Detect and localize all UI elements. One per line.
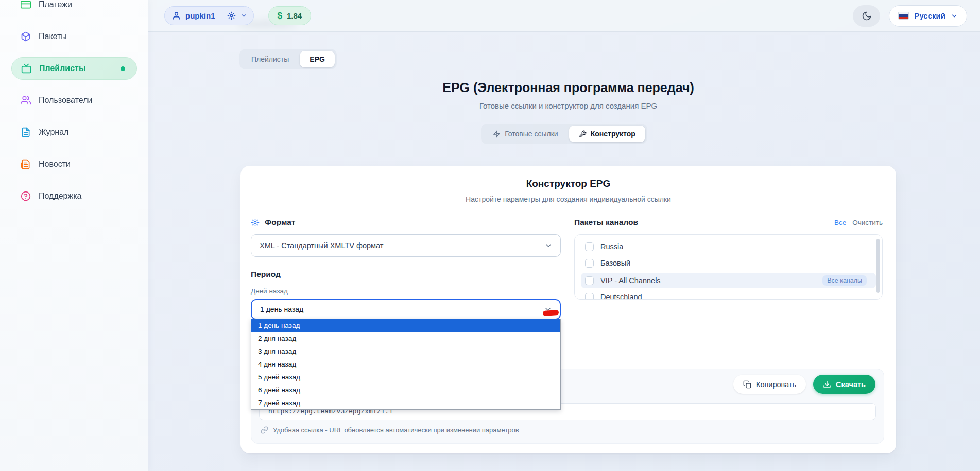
dropdown-option[interactable]: 3 дня назад [251, 345, 560, 358]
dollar-icon: $ [278, 11, 282, 21]
balance-amount: 1.84 [287, 11, 302, 20]
app-root: Платежи Пакеты Плейлисты Пользователи [0, 0, 980, 471]
active-dot [121, 66, 125, 71]
copy-icon [743, 380, 751, 389]
sidebar-item-users[interactable]: Пользователи [11, 89, 137, 112]
chevron-down-icon [544, 241, 553, 251]
copy-button[interactable]: Копировать [733, 375, 806, 394]
constructor-card: Конструктор EPG Настройте параметры для … [240, 166, 896, 453]
balance-button[interactable]: $ 1.84 [268, 6, 312, 25]
url-hint: Удобная ссылка - URL обновляется автомат… [261, 426, 519, 434]
packages-header: Пакеты каналов Все Очистить [574, 218, 883, 227]
moon-icon [862, 11, 872, 21]
dropdown-option[interactable]: 2 дня назад [251, 332, 560, 345]
topbar-right: Русский [853, 5, 967, 27]
sidebar-item-label: Платежи [39, 0, 72, 9]
days-ago-dropdown: 1 день назад 2 дня назад 3 дня назад 4 д… [251, 319, 561, 410]
sidebar-item-support[interactable]: Поддержка [11, 185, 137, 207]
package-icon [21, 31, 31, 42]
format-label-row: Формат [251, 218, 561, 227]
mode-toggle-group: Готовые ссылки Конструктор [481, 124, 647, 144]
username: pupkin1 [185, 11, 215, 20]
toggle-label: Готовые ссылки [505, 130, 558, 138]
packages-column: Пакеты каналов Все Очистить Russia Базов… [574, 218, 883, 300]
select-all-link[interactable]: Все [834, 219, 846, 226]
days-ago-select[interactable]: 1 день назад [251, 299, 561, 320]
checkbox[interactable] [585, 276, 594, 285]
days-ago-value: 1 день назад [260, 305, 303, 313]
tab-playlists[interactable]: Плейлисты [242, 51, 299, 67]
clear-link[interactable]: Очистить [852, 219, 883, 226]
sidebar-item-packages[interactable]: Пакеты [11, 25, 137, 48]
gear-icon[interactable] [227, 11, 236, 20]
user-icon [172, 11, 181, 20]
page-title: EPG (Электронная программа передач) [240, 80, 896, 95]
format-select[interactable]: XML - Стандартный XMLTV формат [251, 234, 561, 257]
sidebar: Платежи Пакеты Плейлисты Пользователи [0, 0, 148, 471]
newspaper-icon [21, 159, 31, 169]
download-button[interactable]: Скачать [813, 375, 875, 394]
copy-label: Копировать [756, 380, 796, 389]
sidebar-item-playlists[interactable]: Плейлисты [11, 57, 137, 80]
tab-label: Плейлисты [251, 55, 289, 63]
page-subtitle: Готовые ссылки и конструктор для создани… [240, 101, 896, 110]
dropdown-option[interactable]: 4 дня назад [251, 358, 560, 371]
help-circle-icon [21, 191, 31, 201]
sidebar-item-payments[interactable]: Платежи [11, 0, 137, 16]
user-menu[interactable]: pupkin1 [164, 6, 254, 25]
lightning-icon [493, 130, 501, 138]
card-subtitle: Настройте параметры для создания индивид… [240, 195, 896, 203]
checkbox[interactable] [585, 242, 594, 251]
package-name: VIP - All Channels [600, 276, 661, 285]
tab-label: EPG [310, 55, 325, 63]
link-icon [261, 426, 268, 434]
credit-card-icon [21, 0, 31, 10]
dropdown-option[interactable]: 6 дней назад [251, 383, 560, 396]
toggle-label: Конструктор [591, 130, 635, 138]
topbar: pupkin1 $ 1.84 [148, 0, 980, 32]
chevron-down-icon [951, 12, 958, 20]
sidebar-item-label: Пользователи [39, 96, 92, 105]
sidebar-nav: Платежи Пакеты Плейлисты Пользователи [11, 0, 137, 217]
gear-icon [251, 218, 260, 227]
package-name: Deutschland [600, 293, 642, 300]
language-selector[interactable]: Русский [889, 5, 967, 27]
language-label: Русский [914, 11, 945, 20]
dropdown-option[interactable]: 5 дней назад [251, 371, 560, 383]
dark-mode-toggle[interactable] [853, 5, 880, 27]
download-label: Скачать [836, 380, 866, 389]
checkbox[interactable] [585, 259, 594, 268]
package-row[interactable]: Базовый [581, 256, 876, 270]
sidebar-item-label: Поддержка [39, 191, 81, 201]
dropdown-option[interactable]: 1 день назад [251, 319, 560, 332]
list-scrollbar-thumb[interactable] [876, 239, 880, 293]
chevron-down-icon[interactable] [240, 12, 247, 19]
pill-divider [221, 10, 221, 22]
packages-label: Пакеты каналов [574, 218, 638, 227]
users-icon [21, 95, 31, 106]
sidebar-item-news[interactable]: Новости [11, 153, 137, 176]
link-actions: Копировать Скачать [733, 375, 875, 394]
main-area: Плейлист pupkin1 $ 1.84 [148, 0, 980, 471]
card-title: Конструктор EPG [240, 178, 896, 189]
checkbox[interactable] [585, 293, 594, 300]
period-label: Период [251, 270, 561, 279]
package-row[interactable]: VIP - All Channels Все каналы [581, 273, 876, 288]
ready-links-toggle[interactable]: Готовые ссылки [483, 126, 568, 142]
packages-list: Russia Базовый VIP - All Channels Все ка… [574, 234, 883, 300]
package-name: Базовый [600, 259, 630, 267]
tab-epg[interactable]: EPG [300, 51, 335, 67]
dropdown-option[interactable]: 7 дней назад [251, 396, 560, 409]
package-name: Russia [600, 242, 623, 251]
format-value: XML - Стандартный XMLTV формат [260, 241, 383, 250]
all-channels-badge: Все каналы [822, 275, 867, 286]
wrench-icon [579, 130, 587, 138]
package-row[interactable]: Deutschland [581, 290, 876, 300]
constructor-toggle[interactable]: Конструктор [569, 126, 645, 142]
download-icon [823, 380, 831, 389]
sidebar-item-journal[interactable]: Журнал [11, 121, 137, 144]
package-row[interactable]: Russia [581, 240, 876, 253]
tv-icon [21, 63, 31, 74]
click-marker [543, 310, 559, 316]
section-tabs: Плейлисты EPG [239, 49, 337, 69]
